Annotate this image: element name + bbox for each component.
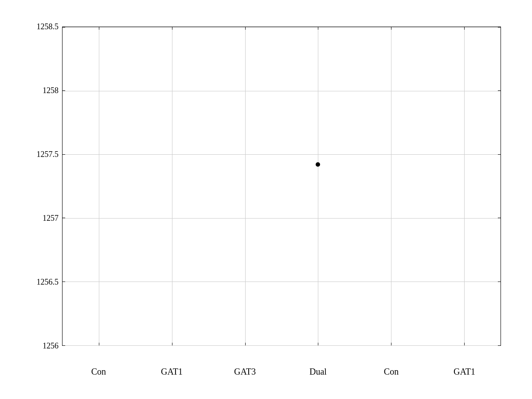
y-tick-label: 1258.5 — [37, 22, 59, 31]
x-tick-label: GAT3 — [234, 367, 256, 377]
tick-mark-right — [498, 154, 501, 155]
tick-mark-left — [63, 90, 65, 91]
tick-mark-top — [318, 27, 318, 30]
grid-line-v — [99, 27, 99, 345]
grid-line-h — [63, 27, 501, 27]
tick-mark-right — [498, 90, 501, 91]
grid-line-v — [318, 27, 318, 345]
chart-wrapper: 12561256.512571257.512581258.5 ConGAT1GA… — [22, 18, 510, 381]
tick-mark-top — [391, 27, 391, 30]
grid-line-v — [464, 27, 465, 345]
grid-line-h — [63, 218, 501, 219]
tick-mark-bottom — [245, 343, 246, 345]
tick-mark-right — [498, 27, 501, 27]
x-tick-label: GAT1 — [454, 367, 475, 377]
x-ticks: ConGAT1GAT3DualConGAT1 — [62, 346, 501, 381]
tick-mark-bottom — [318, 343, 318, 345]
grid-line-h — [63, 282, 501, 282]
grid-line-v — [172, 27, 172, 345]
x-tick-label: GAT1 — [161, 367, 183, 377]
y-tick-label: 1256.5 — [37, 278, 59, 287]
tick-mark-left — [63, 282, 65, 282]
tick-mark-bottom — [391, 343, 391, 345]
tick-mark-top — [172, 27, 172, 30]
data-point — [316, 162, 320, 167]
tick-mark-right — [498, 218, 501, 218]
tick-mark-bottom — [99, 343, 99, 345]
tick-mark-top — [245, 27, 246, 30]
plot-area — [62, 27, 501, 346]
grid-line-v — [245, 27, 246, 345]
grid-line-v — [391, 27, 391, 345]
tick-mark-left — [63, 154, 65, 155]
tick-mark-bottom — [464, 343, 465, 345]
tick-mark-top — [464, 27, 465, 30]
y-ticks: 12561256.512571257.512581258.5 — [22, 27, 62, 346]
x-tick-label: Dual — [309, 367, 327, 377]
tick-mark-left — [63, 218, 65, 218]
tick-mark-right — [498, 282, 501, 282]
y-tick-label: 1258 — [43, 86, 59, 95]
grid-line-h — [63, 154, 501, 155]
x-tick-label: Con — [384, 367, 399, 377]
grid-line-h — [63, 91, 501, 91]
tick-mark-top — [99, 27, 99, 30]
y-tick-label: 1256 — [43, 341, 59, 351]
y-tick-label: 1257.5 — [37, 150, 59, 159]
y-tick-label: 1257 — [43, 214, 59, 223]
x-tick-label: Con — [91, 367, 106, 377]
tick-mark-bottom — [172, 343, 172, 345]
tick-mark-left — [63, 27, 65, 27]
chart-container: 12561256.512571257.512581258.5 ConGAT1GA… — [0, 0, 532, 399]
